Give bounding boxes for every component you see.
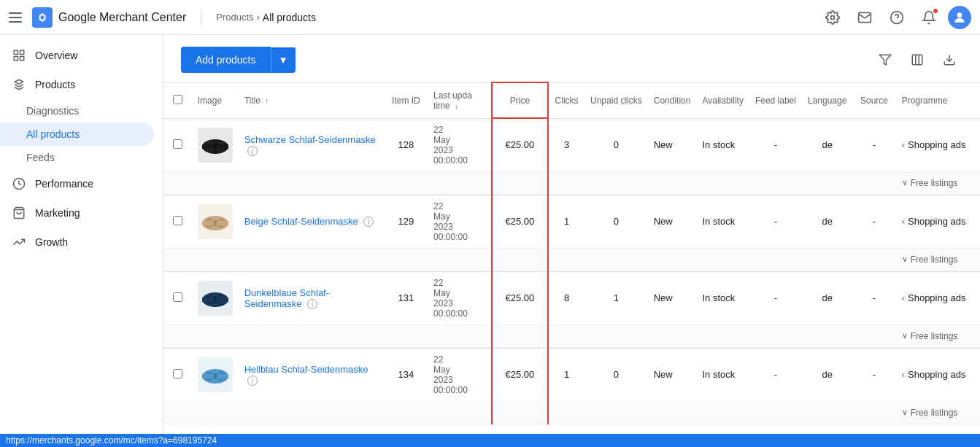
topbar-right (819, 4, 971, 31)
fl-expand-icon[interactable]: ∨ (902, 331, 908, 341)
product-title-link[interactable]: Schwarze Schlaf-Seidenmaske (244, 134, 376, 145)
programme-expand-icon[interactable]: ‹ (902, 139, 905, 150)
product-title-link[interactable]: Beige Schlaf-Seidenmaske (244, 216, 358, 227)
programme-shopping-row: ‹ Shopping ads (902, 369, 974, 380)
toolbar: Add products ▼ (163, 35, 980, 82)
product-info-icon[interactable]: i (247, 146, 258, 156)
product-language: de (802, 118, 852, 171)
product-info-icon[interactable]: i (247, 376, 258, 386)
programme-expand-icon[interactable]: ‹ (902, 216, 905, 227)
columns-button[interactable] (904, 47, 930, 73)
fl-cond (648, 248, 697, 271)
svg-point-4 (957, 12, 962, 18)
product-item-id: 134 (385, 348, 428, 401)
product-availability: In stock (696, 348, 749, 401)
avatar[interactable] (948, 6, 971, 29)
products-label: Products (35, 79, 75, 90)
programme-shopping-row: ‹ Shopping ads (902, 216, 974, 227)
row-checkbox[interactable] (173, 369, 182, 378)
product-item-id: 128 (385, 118, 428, 171)
app-title: Google Merchant Center (58, 11, 186, 24)
products-table-body: Schwarze Schlaf-Seidenmaske i 128 22May2… (163, 118, 980, 424)
product-info-icon[interactable]: i (363, 217, 374, 227)
feeds-label: Feeds (26, 152, 55, 163)
header-unpaid-clicks: Unpaid clicks (584, 82, 648, 118)
product-condition: New (648, 118, 697, 171)
row-checkbox[interactable] (173, 292, 182, 302)
table-row: Hellblau Schlaf-Seidenmaske i 134 22May2… (163, 348, 980, 401)
table-row-free-listings: ∨ Free listings (163, 171, 980, 194)
sidebar-item-products[interactable]: Products (0, 70, 154, 99)
marketing-icon (12, 206, 26, 220)
fl-clicks (548, 171, 584, 194)
row-checkbox[interactable] (173, 139, 182, 149)
product-title-link[interactable]: Hellblau Schlaf-Seidenmaske (244, 364, 369, 375)
product-availability: In stock (696, 271, 749, 324)
fl-itemid (385, 401, 428, 424)
svg-rect-33 (214, 297, 217, 303)
product-clicks: 3 (548, 118, 584, 171)
header-title[interactable]: Title ↑ (239, 82, 385, 118)
svg-rect-39 (214, 373, 217, 379)
product-image-cell (192, 195, 239, 248)
select-all-checkbox[interactable] (173, 95, 182, 104)
product-info-icon[interactable]: i (307, 299, 317, 309)
programme-free-listings-row: ∨ Free listings (902, 178, 974, 188)
fl-programme: ∨ Free listings (896, 324, 980, 347)
breadcrumb-parent[interactable]: Products (216, 12, 253, 23)
layout: Overview Products Diagnostics All produc… (0, 35, 980, 447)
product-source: - (852, 271, 895, 324)
download-button[interactable] (936, 47, 962, 73)
sidebar-item-diagnostics[interactable]: Diagnostics (0, 99, 154, 123)
menu-button[interactable] (9, 9, 26, 26)
svg-rect-8 (14, 57, 18, 61)
fl-unpaid (584, 171, 648, 194)
fl-expand-icon[interactable]: ∨ (902, 178, 908, 187)
overview-icon (12, 48, 26, 63)
programme-free-listings-row: ∨ Free listings (902, 331, 974, 341)
fl-unpaid (584, 324, 648, 347)
statusbar: https://merchants.google.com/mc/items?a=… (0, 434, 980, 447)
row-checkbox-cell (163, 348, 192, 401)
filter-button[interactable] (872, 47, 898, 73)
add-products-main-button[interactable]: Add products (181, 47, 271, 73)
table-row-free-listings: ∨ Free listings (163, 324, 980, 347)
product-price: €25.00 (492, 271, 548, 324)
settings-button[interactable] (819, 4, 846, 31)
notification-button[interactable] (916, 4, 942, 31)
header-image: Image (192, 82, 239, 118)
growth-icon (12, 235, 26, 249)
fl-date (428, 248, 492, 271)
fl-expand-icon[interactable]: ∨ (902, 254, 908, 264)
help-button[interactable] (884, 4, 910, 31)
add-products-button-group: Add products ▼ (181, 47, 296, 73)
sidebar-item-marketing[interactable]: Marketing (0, 198, 154, 228)
fl-title (239, 171, 385, 194)
programme-expand-icon[interactable]: ‹ (902, 292, 905, 303)
fl-avail (696, 248, 749, 271)
mail-button[interactable] (852, 4, 878, 31)
sidebar-item-growth[interactable]: Growth (0, 228, 154, 257)
breadcrumb: Products › All products (216, 12, 316, 23)
sidebar: Overview Products Diagnostics All produc… (0, 35, 163, 447)
product-image (198, 357, 233, 392)
fl-lang (802, 324, 852, 347)
sidebar-item-feeds[interactable]: Feeds (0, 146, 154, 169)
sidebar-item-performance[interactable]: Performance (0, 169, 154, 198)
product-clicks: 1 (548, 195, 584, 248)
sidebar-item-overview[interactable]: Overview (0, 41, 154, 70)
add-products-dropdown-button[interactable]: ▼ (271, 47, 296, 73)
performance-label: Performance (35, 178, 93, 190)
product-feed-label: - (749, 195, 802, 248)
programme-shopping-label: Shopping ads (908, 369, 966, 380)
sidebar-item-all-products[interactable]: All products (0, 123, 154, 146)
fl-expand-icon[interactable]: ∨ (902, 408, 908, 417)
programme-shopping-label: Shopping ads (908, 216, 966, 227)
programme-expand-icon[interactable]: ‹ (902, 369, 905, 380)
row-checkbox[interactable] (173, 216, 182, 225)
svg-marker-11 (880, 55, 891, 65)
svg-rect-12 (912, 55, 922, 65)
fl-cb (163, 324, 192, 347)
product-image-cell (192, 118, 239, 171)
product-item-id: 129 (385, 195, 428, 248)
